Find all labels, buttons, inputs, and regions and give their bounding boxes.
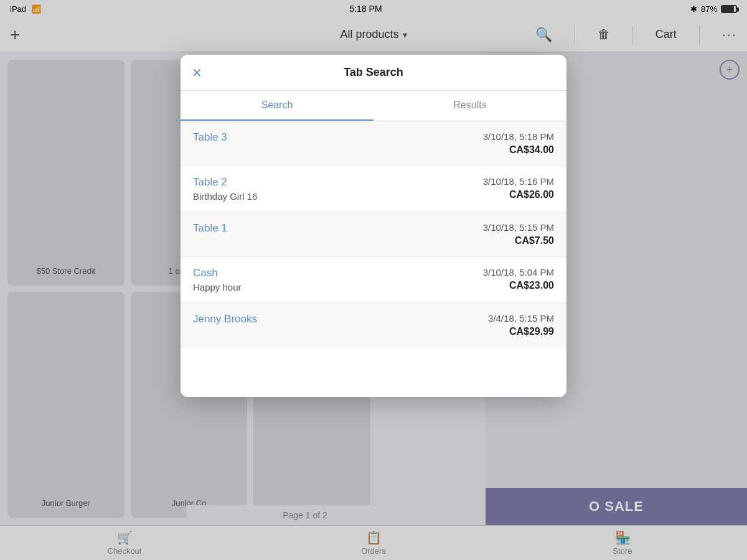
result-date: 3/10/18, 5:04 PM	[483, 267, 554, 278]
result-amount: CA$23.00	[509, 280, 554, 291]
result-left: Table 2Birthday Girl 16	[193, 176, 257, 202]
modal-footer	[181, 347, 566, 397]
result-amount: CA$26.00	[509, 189, 554, 200]
result-date: 3/4/18, 5:15 PM	[488, 313, 554, 324]
result-item[interactable]: CashHappy hour3/10/18, 5:04 PMCA$23.00	[181, 257, 566, 303]
result-date: 3/10/18, 5:16 PM	[483, 176, 554, 187]
modal-close-button[interactable]: ✕	[192, 65, 202, 80]
result-sub: Birthday Girl 16	[193, 191, 257, 202]
tab-search-modal: ✕ Tab Search Search Results Table 33/10/…	[181, 55, 566, 397]
modal-header: ✕ Tab Search	[181, 55, 566, 91]
result-right: 3/4/18, 5:15 PMCA$29.99	[488, 313, 554, 337]
result-name: Jenny Brooks	[193, 313, 257, 325]
result-left: Table 1	[193, 222, 227, 235]
result-date: 3/10/18, 5:18 PM	[483, 131, 554, 142]
result-amount: CA$7.50	[515, 235, 554, 246]
result-right: 3/10/18, 5:16 PMCA$26.00	[483, 176, 554, 200]
result-name: Table 3	[193, 131, 227, 144]
tab-results[interactable]: Results	[374, 91, 566, 121]
result-item[interactable]: Table 13/10/18, 5:15 PMCA$7.50	[181, 212, 566, 257]
result-left: Table 3	[193, 131, 227, 144]
tab-search[interactable]: Search	[181, 91, 374, 121]
result-date: 3/10/18, 5:15 PM	[483, 222, 554, 233]
result-right: 3/10/18, 5:15 PMCA$7.50	[483, 222, 554, 246]
result-item[interactable]: Jenny Brooks3/4/18, 5:15 PMCA$29.99	[181, 303, 566, 347]
result-item[interactable]: Table 2Birthday Girl 163/10/18, 5:16 PMC…	[181, 166, 566, 212]
modal-tabs: Search Results	[181, 91, 566, 121]
result-right: 3/10/18, 5:18 PMCA$34.00	[483, 131, 554, 156]
result-left: CashHappy hour	[193, 267, 242, 292]
results-list: Table 33/10/18, 5:18 PMCA$34.00Table 2Bi…	[181, 121, 566, 347]
result-item[interactable]: Table 33/10/18, 5:18 PMCA$34.00	[181, 121, 566, 166]
result-amount: CA$29.99	[509, 326, 554, 337]
result-right: 3/10/18, 5:04 PMCA$23.00	[483, 267, 554, 291]
result-amount: CA$34.00	[509, 144, 554, 156]
result-left: Jenny Brooks	[193, 313, 257, 325]
result-name: Cash	[193, 267, 242, 279]
result-name: Table 1	[193, 222, 227, 235]
result-name: Table 2	[193, 176, 257, 189]
modal-title: Tab Search	[344, 66, 403, 79]
result-sub: Happy hour	[193, 282, 242, 292]
